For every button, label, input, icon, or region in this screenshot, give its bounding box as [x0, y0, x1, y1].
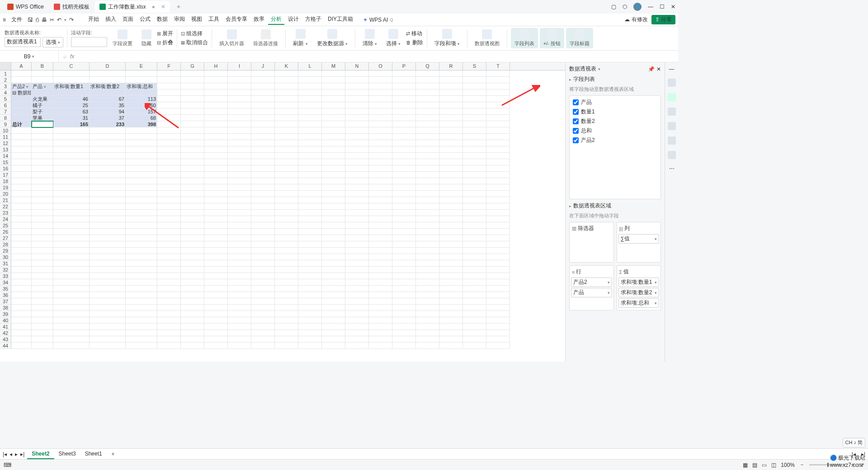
cell[interactable]: [463, 343, 486, 349]
cell[interactable]: [439, 178, 463, 184]
cell[interactable]: [416, 279, 439, 286]
col-header[interactable]: I: [228, 62, 251, 70]
cell[interactable]: [53, 267, 90, 273]
cell[interactable]: [392, 286, 416, 292]
row-header[interactable]: 7: [0, 108, 11, 115]
field-checkbox[interactable]: 产品: [571, 98, 659, 107]
cell[interactable]: [298, 108, 322, 115]
cell[interactable]: [322, 235, 345, 241]
menu-设计[interactable]: 设计: [285, 14, 302, 25]
col-header[interactable]: O: [369, 62, 392, 70]
avatar-icon[interactable]: ​: [633, 3, 642, 11]
cell[interactable]: [181, 153, 204, 159]
cell[interactable]: [157, 108, 181, 115]
cell[interactable]: [90, 140, 126, 146]
cell[interactable]: [439, 127, 463, 134]
cell[interactable]: [439, 197, 463, 203]
cell[interactable]: [157, 286, 181, 292]
cell[interactable]: [275, 298, 298, 305]
cell[interactable]: [251, 165, 275, 172]
cell[interactable]: [204, 203, 228, 210]
cell[interactable]: [369, 96, 392, 102]
cell[interactable]: [90, 336, 126, 343]
cell[interactable]: [228, 77, 251, 83]
row-header[interactable]: 32: [0, 267, 11, 273]
cell[interactable]: [463, 77, 486, 83]
cell[interactable]: [392, 140, 416, 146]
cell[interactable]: 67: [90, 96, 126, 102]
cell[interactable]: [275, 140, 298, 146]
cell[interactable]: [251, 235, 275, 241]
menu-方格子[interactable]: 方格子: [302, 14, 324, 25]
cell[interactable]: [157, 210, 181, 216]
cell[interactable]: [181, 121, 204, 127]
column-area[interactable]: ||| 列∑值▾: [617, 222, 661, 263]
cell[interactable]: [345, 83, 369, 89]
cell[interactable]: [90, 210, 126, 216]
cell[interactable]: [53, 330, 90, 336]
cell[interactable]: [181, 159, 204, 165]
cell[interactable]: [463, 172, 486, 178]
cell[interactable]: [486, 222, 510, 229]
cell[interactable]: [439, 248, 463, 254]
cell[interactable]: [126, 241, 157, 248]
cell[interactable]: [392, 159, 416, 165]
cell[interactable]: [275, 121, 298, 127]
cell[interactable]: [181, 165, 204, 172]
cell[interactable]: [181, 140, 204, 146]
cell[interactable]: [322, 311, 345, 317]
cell[interactable]: [126, 197, 157, 203]
cell[interactable]: [126, 172, 157, 178]
cell[interactable]: [32, 184, 53, 191]
cell[interactable]: [228, 159, 251, 165]
cell[interactable]: [486, 305, 510, 311]
cell[interactable]: [275, 324, 298, 330]
cell[interactable]: [90, 153, 126, 159]
cell[interactable]: [126, 279, 157, 286]
cell[interactable]: [486, 330, 510, 336]
cell[interactable]: [181, 216, 204, 222]
cell[interactable]: [439, 77, 463, 83]
cell[interactable]: [157, 191, 181, 197]
field-checkbox[interactable]: 总和: [571, 126, 659, 136]
cell[interactable]: 产品2 ▾: [11, 83, 32, 89]
cell[interactable]: [369, 70, 392, 77]
cell[interactable]: [298, 311, 322, 317]
areas-header[interactable]: 数据透视表区域: [573, 202, 611, 210]
row-header[interactable]: 29: [0, 248, 11, 254]
cell[interactable]: [53, 254, 90, 260]
cell[interactable]: [392, 197, 416, 203]
cell[interactable]: [392, 178, 416, 184]
cell[interactable]: [416, 330, 439, 336]
menu-效率[interactable]: 效率: [251, 14, 267, 25]
cell[interactable]: [204, 222, 228, 229]
cell[interactable]: [416, 324, 439, 330]
cell[interactable]: [251, 210, 275, 216]
cell[interactable]: [157, 317, 181, 324]
cell[interactable]: [416, 222, 439, 229]
cell[interactable]: [204, 286, 228, 292]
cell[interactable]: [439, 260, 463, 267]
cell[interactable]: [11, 292, 32, 298]
cell[interactable]: [416, 121, 439, 127]
fields-items-button[interactable]: 字段和项 ▾: [431, 29, 463, 47]
cell[interactable]: [322, 229, 345, 235]
cell[interactable]: [228, 197, 251, 203]
cell[interactable]: [32, 292, 53, 298]
cell[interactable]: [204, 102, 228, 108]
cell[interactable]: [392, 330, 416, 336]
cell[interactable]: [416, 343, 439, 349]
cell[interactable]: [11, 77, 32, 83]
area-item[interactable]: 求和项:数量1▾: [618, 277, 660, 287]
cell[interactable]: [181, 241, 204, 248]
cell[interactable]: [126, 260, 157, 267]
menu-审阅[interactable]: 审阅: [171, 14, 188, 25]
cell[interactable]: [251, 96, 275, 102]
cell[interactable]: [416, 140, 439, 146]
cell[interactable]: [439, 115, 463, 121]
cell[interactable]: [392, 70, 416, 77]
cell[interactable]: [416, 165, 439, 172]
cell[interactable]: [416, 336, 439, 343]
col-header[interactable]: Q: [416, 62, 439, 70]
cell[interactable]: [181, 115, 204, 121]
